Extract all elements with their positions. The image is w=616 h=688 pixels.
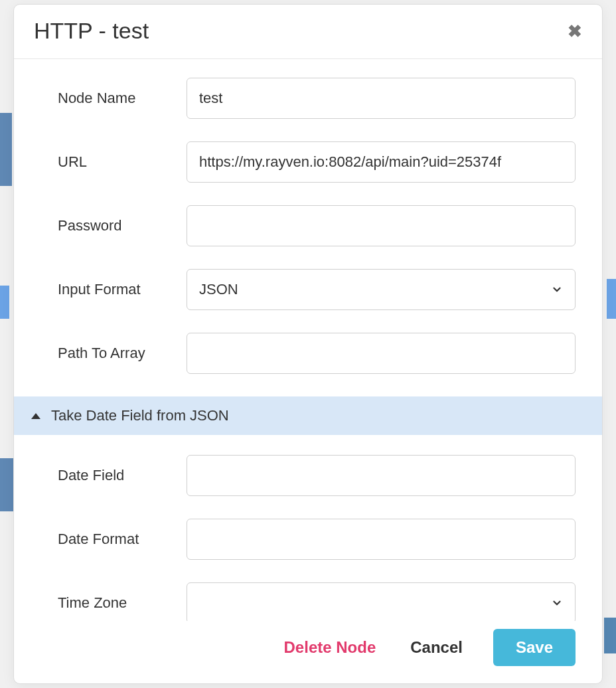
row-date-format: Date Format [40,519,576,560]
row-date-field: Date Field [40,455,576,496]
row-time-zone: Time Zone [40,582,576,621]
label-date-field: Date Field [40,467,187,484]
row-url: URL [40,141,576,183]
bg-decor [0,286,9,319]
accordion-label: Take Date Field from JSON [51,407,229,424]
date-field-input[interactable] [187,455,576,496]
node-name-input[interactable] [187,78,576,119]
date-format-input[interactable] [187,519,576,560]
path-to-array-input[interactable] [187,333,576,374]
label-node-name: Node Name [40,90,187,107]
delete-node-button[interactable]: Delete Node [280,632,380,663]
label-time-zone: Time Zone [40,594,187,612]
password-input[interactable] [187,205,576,246]
bg-decor [604,618,616,653]
label-input-format: Input Format [40,281,187,298]
row-input-format: Input Format JSON [40,269,576,310]
row-node-name: Node Name [40,78,576,119]
input-format-select[interactable]: JSON [187,269,576,310]
label-date-format: Date Format [40,531,187,548]
chevron-down-icon [551,284,563,296]
save-button[interactable]: Save [493,629,576,666]
url-input[interactable] [187,141,576,183]
modal-title: HTTP - test [34,18,149,44]
label-path-to-array: Path To Array [40,345,187,362]
row-path-to-array: Path To Array [40,333,576,374]
close-icon[interactable]: ✖ [568,23,582,40]
accordion-take-date-field[interactable]: Take Date Field from JSON [14,396,602,435]
modal-dialog: HTTP - test ✖ Node Name URL Password Inp… [13,4,603,684]
caret-up-icon [31,413,40,419]
label-password: Password [40,217,187,234]
cancel-button[interactable]: Cancel [406,632,467,663]
bg-decor [0,458,13,511]
modal-header: HTTP - test ✖ [14,5,602,59]
bg-decor [0,113,12,186]
time-zone-select[interactable] [187,582,576,621]
label-url: URL [40,153,187,171]
chevron-down-icon [551,597,563,609]
modal-footer: Delete Node Cancel Save [14,621,602,683]
bg-decor [607,279,616,319]
row-password: Password [40,205,576,246]
modal-body: Node Name URL Password Input Format JSON [14,59,602,621]
input-format-value: JSON [199,281,551,298]
